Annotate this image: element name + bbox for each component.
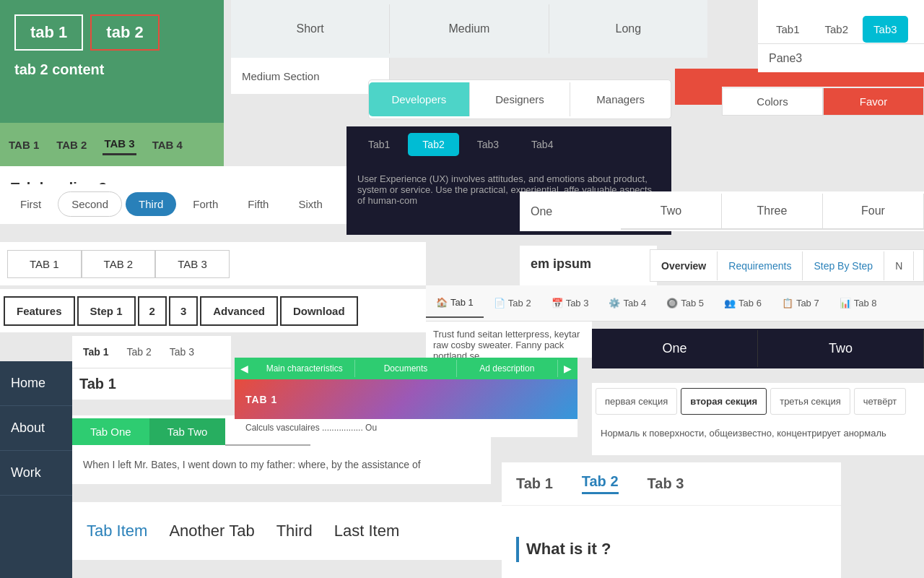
small-tabs-panel: Tab 1 Tab 2 Tab 3 (72, 336, 231, 368)
third-tab-item[interactable]: Third (276, 522, 313, 540)
tab8-item-5[interactable]: 🔘 Tab 5 (656, 289, 714, 317)
list-icon: 📋 (782, 298, 793, 309)
tab1-button[interactable]: tab 1 (14, 14, 83, 51)
tab8-item-7[interactable]: 📋 Tab 7 (772, 289, 829, 317)
sixth-pill[interactable]: Sixth (285, 192, 335, 216)
pervaya-tab[interactable]: первая секция (596, 388, 677, 415)
tab8-label-1: Tab 1 (450, 297, 474, 308)
panel-tab1-tab2: tab 1 tab 2 tab 2 content (0, 0, 224, 123)
tab3-bordered[interactable]: TAB 3 (155, 250, 230, 278)
tab-two-gray[interactable]: Two (621, 194, 722, 230)
tab2-small[interactable]: Tab 2 (123, 342, 155, 361)
two-dark-tab[interactable]: Two (758, 330, 924, 367)
trust-text-panel: Trust fund seitan letterpress, keytar ra… (426, 322, 592, 358)
tretya-tab[interactable]: третья секция (770, 388, 850, 415)
tab1-small[interactable]: Tab 1 (79, 342, 113, 361)
documents-tab[interactable]: Documents (355, 360, 456, 377)
tab-three-gray[interactable]: Three (722, 194, 823, 230)
tab4-underline[interactable]: TAB 4 (151, 135, 184, 155)
tab8-item-2[interactable]: 📄 Tab 2 (484, 289, 541, 317)
topright-tab3[interactable]: Tab3 (863, 16, 908, 43)
circle-icon: 🔘 (666, 298, 678, 309)
bottom-tab2[interactable]: Tab 2 (582, 473, 619, 494)
tab-item[interactable]: Tab Item (87, 522, 147, 540)
tab1234-panel: TAB 1 TAB 2 TAB 3 TAB 4 (0, 123, 224, 166)
dark-tab2[interactable]: Tab2 (408, 133, 458, 156)
step2-tab[interactable]: 2 (138, 296, 167, 326)
sidebar-item-about[interactable]: About (0, 406, 72, 451)
chart-icon: 📊 (840, 298, 851, 309)
bottom-tab1[interactable]: Tab 1 (516, 475, 553, 492)
tab8-item-8[interactable]: 📊 Tab 8 (829, 289, 887, 317)
tab8-item-4[interactable]: ⚙️ Tab 4 (598, 289, 656, 317)
tab8-item-1[interactable]: 🏠 Tab 1 (426, 288, 484, 318)
content-text: When I left Mr. Bates, I went down to my… (83, 459, 421, 470)
sidebar-item-work[interactable]: Work (0, 451, 72, 496)
designers-tab[interactable]: Designers (469, 82, 570, 116)
dark-tab4[interactable]: Tab4 (517, 133, 567, 156)
pane3-label: Pane3 (769, 52, 802, 65)
colors-tab[interactable]: Colors (722, 87, 823, 116)
trust-text: Trust fund seitan letterpress, keytar ra… (433, 329, 580, 358)
tab-two-green[interactable]: Tab Two (149, 418, 226, 445)
tab8-item-3[interactable]: 📅 Tab 3 (541, 289, 599, 317)
bottom-tab3[interactable]: Tab 3 (648, 475, 684, 492)
ad-desc-tab[interactable]: Ad description (457, 360, 558, 377)
bottom-tabs-panel: Tab Item Another Tab Third Last Item (72, 502, 520, 560)
advanced-tab[interactable]: Advanced (200, 296, 278, 326)
step3-tab[interactable]: 3 (169, 296, 198, 326)
main-chars-tab[interactable]: Main characteristics (254, 360, 355, 377)
tab3-small[interactable]: Tab 3 (166, 342, 198, 361)
users-icon: 👥 (724, 298, 736, 309)
another-tab[interactable]: Another Tab (169, 522, 254, 540)
tab-one-green[interactable]: Tab One (72, 418, 149, 445)
sidebar-item-home[interactable]: Home (0, 361, 72, 406)
calculs-panel: Calculs vasculaires ................. Ou (235, 419, 578, 437)
step-by-step-tab[interactable]: Step By Step (803, 251, 884, 280)
tab-four-gray[interactable]: Four (823, 194, 924, 230)
tab8-label-7: Tab 7 (796, 298, 819, 309)
forth-pill[interactable]: Forth (180, 192, 231, 216)
managers-tab[interactable]: Managers (570, 82, 671, 116)
tab1-color-panel: TAB 1 (235, 379, 578, 419)
vtoraya-tab[interactable]: вторая секция (681, 388, 767, 415)
fifth-pill[interactable]: Fifth (235, 192, 282, 216)
tab2-bordered[interactable]: TAB 2 (82, 250, 156, 278)
download-tab[interactable]: Download (280, 296, 358, 326)
topright-tab2[interactable]: Tab2 (814, 16, 860, 43)
tab1-bordered[interactable]: TAB 1 (7, 250, 82, 278)
chars-next[interactable]: ▶ (558, 359, 578, 378)
ddm-tabs-panel: Developers Designers Managers (368, 79, 671, 119)
last-item-tab[interactable]: Last Item (334, 522, 399, 540)
tab2-underline[interactable]: TAB 2 (55, 135, 88, 155)
overview-tab[interactable]: Overview (650, 251, 718, 280)
step1-tab[interactable]: Step 1 (77, 296, 136, 326)
tab8-item-6[interactable]: 👥 Tab 6 (714, 289, 772, 317)
ru-text: Нормаль к поверхности, общеизвестно, кон… (601, 428, 886, 439)
chetvyort-tab[interactable]: четвёрт (854, 388, 907, 415)
third-pill[interactable]: Third (126, 192, 176, 216)
features-tab[interactable]: Features (4, 296, 75, 326)
long-tab[interactable]: Long (549, 4, 707, 53)
favorites-tab[interactable]: Favor (823, 87, 924, 116)
tab8-label-5: Tab 5 (681, 298, 704, 309)
developers-tab[interactable]: Developers (369, 82, 469, 116)
requirements-tab[interactable]: Requirements (718, 251, 803, 280)
tab1-underline[interactable]: TAB 1 (7, 135, 40, 155)
medium-tab[interactable]: Medium (390, 4, 549, 53)
one-dark-tab[interactable]: One (592, 330, 758, 367)
second-pill[interactable]: Second (58, 191, 122, 217)
chars-prev[interactable]: ◀ (235, 359, 254, 378)
tab8-label-8: Tab 8 (854, 298, 877, 309)
n-tab[interactable]: N (884, 251, 914, 280)
dark-tab1[interactable]: Tab1 (354, 133, 404, 156)
tab3-underline[interactable]: TAB 3 (103, 134, 136, 155)
dark-tab3[interactable]: Tab3 (463, 133, 513, 156)
short-tab[interactable]: Short (231, 4, 390, 53)
bordered-tabs-panel: TAB 1 TAB 2 TAB 3 (0, 242, 426, 285)
what-is-it-text: What is it ? (526, 540, 611, 558)
tab2-button[interactable]: tab 2 (90, 14, 159, 51)
calendar-icon: 📅 (552, 298, 563, 309)
first-pill[interactable]: First (7, 192, 54, 216)
topright-tab1[interactable]: Tab1 (765, 16, 811, 43)
